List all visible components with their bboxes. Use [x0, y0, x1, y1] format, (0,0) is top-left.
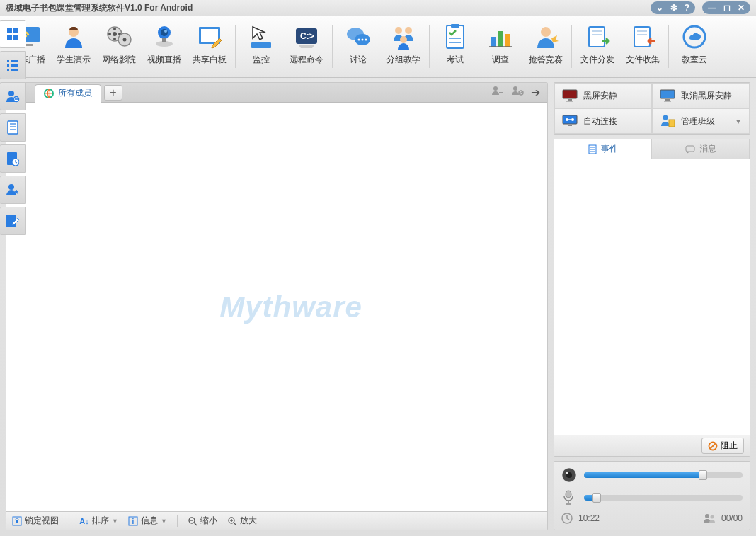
- tool-student-demo[interactable]: 学生演示: [51, 18, 96, 75]
- info-button[interactable]: i 信息 ▼: [128, 515, 167, 527]
- svg-text:i: i: [132, 518, 134, 525]
- svg-point-27: [405, 27, 412, 34]
- zoom-out-button[interactable]: 缩小: [188, 515, 217, 527]
- auto-connect-button[interactable]: 自动连接: [554, 108, 652, 134]
- tool-network-cinema[interactable]: 网络影院: [96, 18, 142, 75]
- svg-rect-51: [7, 28, 12, 33]
- svg-point-10: [123, 38, 127, 41]
- view-list-tab[interactable]: [0, 51, 26, 79]
- stop-button[interactable]: 阻止: [701, 438, 744, 454]
- maximize-button[interactable]: ◻: [723, 3, 731, 13]
- titlebar: 极域电子书包课堂管理系统软件V1.0 For Android ⌄ ✻ ? — ◻…: [0, 0, 756, 16]
- svg-rect-38: [589, 27, 605, 47]
- file-send-icon: [582, 21, 613, 52]
- black-screen-button[interactable]: 黑屏安静: [554, 83, 652, 108]
- tool-remote-command[interactable]: C:>远程命令: [284, 18, 329, 75]
- tool-group-teaching[interactable]: 分组教学: [381, 18, 426, 75]
- file-collect-icon: [627, 21, 658, 52]
- tab-events[interactable]: 事件: [554, 139, 652, 159]
- window-buttons: ⌄ ✻ ? — ◻ ✕: [651, 1, 750, 14]
- manage-class-button[interactable]: 管理班级 ▼: [652, 108, 750, 134]
- mic-slider[interactable]: [584, 495, 743, 501]
- view-user-star-tab[interactable]: [0, 176, 26, 204]
- svg-point-90: [566, 118, 568, 121]
- sort-button[interactable]: A↓ 排序 ▼: [79, 515, 118, 527]
- svg-point-61: [8, 91, 14, 96]
- view-grid-tab[interactable]: [0, 20, 26, 48]
- svg-rect-58: [11, 64, 18, 67]
- svg-rect-95: [669, 120, 675, 127]
- forbid-icon: [708, 441, 718, 451]
- view-edit-tab[interactable]: [0, 207, 26, 235]
- lock-view-button[interactable]: 锁定视图: [12, 515, 59, 527]
- group-teaching-icon: [388, 21, 419, 52]
- svg-rect-30: [451, 24, 459, 28]
- live-video-icon: [149, 21, 180, 52]
- time-value: 10:22: [578, 513, 600, 523]
- microphone-icon[interactable]: [561, 490, 577, 506]
- svg-rect-93: [568, 125, 572, 126]
- slider-thumb[interactable]: [592, 493, 601, 503]
- view-users-tab[interactable]: [0, 82, 26, 110]
- speaker-icon[interactable]: [561, 467, 577, 483]
- arrow-right-icon[interactable]: ➔: [531, 86, 540, 99]
- tool-discussion[interactable]: 讨论: [336, 18, 381, 75]
- svg-point-112: [710, 515, 714, 519]
- expand-down-icon[interactable]: ⌄: [656, 3, 663, 13]
- globe-icon: [44, 89, 54, 98]
- tool-file-collect[interactable]: 文件收集: [620, 18, 665, 75]
- sys-buttons-left: ⌄ ✻ ?: [651, 1, 695, 14]
- side-view-tabs: [0, 20, 28, 238]
- chat-icon: [685, 145, 695, 154]
- view-doc-tab[interactable]: [0, 113, 26, 142]
- help-icon[interactable]: ?: [685, 3, 689, 13]
- mic-row: [561, 490, 743, 506]
- tab-all-members[interactable]: 所有成员: [35, 84, 101, 103]
- speaker-row: [561, 467, 743, 483]
- tool-exam[interactable]: 考试: [433, 18, 478, 75]
- tool-survey[interactable]: 调查: [478, 18, 523, 75]
- minimize-button[interactable]: —: [708, 3, 716, 13]
- svg-point-37: [541, 27, 551, 37]
- log-body: [554, 159, 750, 435]
- settings-icon[interactable]: ✻: [670, 3, 677, 13]
- exam-icon: [440, 21, 471, 52]
- watermark: Mythware: [219, 290, 362, 324]
- zoom-out-icon: [188, 516, 197, 526]
- user-minus-icon[interactable]: [491, 86, 504, 99]
- svg-rect-86: [660, 90, 675, 98]
- speaker-slider[interactable]: [584, 472, 743, 478]
- tool-file-send[interactable]: 文件分发: [575, 18, 620, 75]
- svg-rect-59: [7, 69, 9, 71]
- survey-icon: [485, 21, 516, 52]
- svg-point-13: [164, 30, 167, 33]
- user-remove-icon[interactable]: [511, 86, 524, 99]
- svg-rect-33: [491, 37, 496, 47]
- tool-shared-whiteboard[interactable]: 共享白板: [187, 18, 232, 75]
- svg-point-70: [8, 184, 14, 190]
- lock-icon: [12, 516, 22, 526]
- quick-actions: 黑屏安静 取消黑屏安静 自动连接 管理班级 ▼: [554, 82, 750, 135]
- tab-messages[interactable]: 消息: [652, 139, 750, 159]
- slider-thumb[interactable]: [699, 470, 707, 480]
- add-tab-button[interactable]: +: [104, 85, 122, 101]
- monitor-blue-icon: [660, 89, 675, 102]
- view-history-tab[interactable]: [0, 144, 26, 173]
- close-button[interactable]: ✕: [738, 3, 745, 13]
- svg-point-94: [663, 115, 668, 120]
- zoom-in-icon: [227, 516, 237, 526]
- svg-point-106: [566, 472, 568, 474]
- tool-classroom-cloud[interactable]: 教室云: [672, 18, 717, 75]
- members-content: Mythware: [35, 103, 547, 511]
- zoom-in-button[interactable]: 放大: [227, 515, 257, 527]
- svg-rect-54: [13, 35, 18, 40]
- cancel-black-screen-button[interactable]: 取消黑屏安静: [652, 83, 750, 108]
- app-title: 极域电子书包课堂管理系统软件V1.0 For Android: [6, 2, 193, 14]
- svg-rect-87: [665, 99, 670, 101]
- tool-monitor[interactable]: 监控: [239, 18, 284, 75]
- svg-point-24: [362, 38, 364, 40]
- tool-live-video[interactable]: 视频直播: [142, 18, 187, 75]
- tool-quiz-compete[interactable]: 抢答竞赛: [523, 18, 568, 75]
- log-tabs: 事件 消息: [554, 139, 750, 159]
- audio-panel: 10:22 00/00: [554, 461, 750, 530]
